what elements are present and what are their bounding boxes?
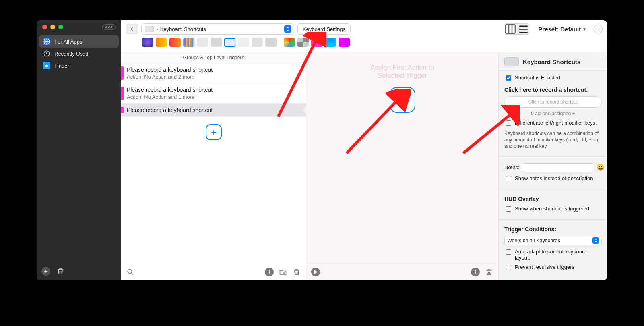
differentiate-checkbox[interactable]: Differentiate left/right modifier keys. — [504, 120, 602, 127]
preset-selector[interactable]: Preset: Default▼ — [538, 26, 586, 33]
clock-icon — [43, 50, 50, 57]
popout-icon[interactable] — [598, 55, 604, 60]
window-controls: <<< — [37, 20, 121, 34]
add-trigger-button[interactable]: ＋ — [206, 124, 222, 140]
color-tag — [121, 66, 124, 80]
play-action-button[interactable] — [311, 268, 320, 276]
hud-section-title: HUD Overlay — [504, 196, 602, 202]
record-heading: Click here to record a shortcut: — [504, 87, 602, 93]
keyboard-settings-button[interactable]: Keyboard Settings — [297, 23, 351, 35]
keyboard-icon — [504, 57, 519, 66]
trigger-title: Please record a keyboard shortcut — [127, 107, 213, 113]
delete-trigger-button[interactable] — [292, 268, 301, 276]
category-icon-keyboard[interactable] — [224, 38, 235, 47]
color-tag — [121, 107, 124, 113]
category-icon[interactable] — [183, 38, 194, 47]
add-action-button[interactable]: ＋ — [390, 87, 415, 113]
back-button[interactable] — [126, 24, 138, 34]
actions-column: Assign First Action to Selected Trigger … — [306, 52, 499, 280]
svg-rect-2 — [506, 25, 515, 33]
prevent-recursive-checkbox[interactable]: Prevent recursive triggers — [504, 264, 602, 271]
trigger-type-dropdown[interactable]: · Keyboard Shortcuts — [141, 23, 294, 35]
keyboard-scope-select[interactable]: Works on all Keyboards — [504, 236, 602, 245]
trigger-title: Please record a keyboard shortcut — [127, 87, 213, 93]
category-icon[interactable] — [311, 38, 322, 47]
triggers-header: Groups & Top Level Triggers — [121, 52, 306, 63]
inspector-help-text: Keyboard shortcuts can be a combination … — [504, 130, 602, 150]
app-window: <<< For All Apps Recently Used ☻ Finder … — [37, 20, 607, 280]
close-window-button[interactable] — [42, 25, 47, 29]
triggers-column: Groups & Top Level Triggers Please recor… — [121, 52, 306, 280]
search-button[interactable] — [126, 268, 135, 276]
trigger-row[interactable]: Please record a keyboard shortcut Action… — [121, 63, 306, 83]
category-icon[interactable] — [297, 38, 309, 47]
actions-placeholder: Assign First Action to Selected Trigger — [306, 64, 498, 80]
record-shortcut-button[interactable]: Click to record shortcut — [504, 96, 602, 108]
sidebar-item-recent[interactable]: Recently Used — [39, 48, 119, 60]
emoji-icon[interactable]: 😀 — [597, 164, 605, 171]
add-trigger-footer-button[interactable]: ＋ — [265, 268, 274, 276]
add-app-button[interactable]: ＋ — [41, 267, 50, 276]
category-icon[interactable] — [325, 38, 336, 47]
trigger-subtitle: Action: No Action and 2 more — [127, 74, 213, 80]
conditions-section-title: Trigger Conditions: — [504, 226, 602, 233]
notes-input[interactable] — [522, 163, 594, 172]
show-notes-checkbox[interactable]: Show notes instead of description — [504, 175, 602, 183]
minimize-window-button[interactable] — [50, 25, 55, 29]
category-icon[interactable] — [265, 38, 277, 47]
trigger-row[interactable]: Please record a keyboard shortcut — [121, 104, 306, 117]
folder-button[interactable] — [279, 268, 287, 276]
list-view-button[interactable] — [517, 24, 530, 34]
category-icon[interactable] — [238, 38, 249, 47]
category-icon[interactable] — [156, 38, 167, 47]
sidebar-item-label: For All Apps — [54, 39, 82, 45]
inspector-title: Keyboard Shortcuts — [523, 58, 580, 65]
finder-icon: ☻ — [43, 62, 50, 69]
zoom-window-button[interactable] — [58, 25, 63, 29]
category-icon[interactable] — [252, 38, 263, 47]
sidebar-item-finder[interactable]: ☻ Finder — [39, 60, 119, 72]
sidebar: <<< For All Apps Recently Used ☻ Finder … — [37, 20, 121, 280]
color-tag — [121, 87, 124, 100]
category-icon[interactable] — [284, 38, 295, 47]
toolbar: · Keyboard Shortcuts Keyboard Settings — [121, 20, 607, 52]
delete-app-button[interactable] — [56, 267, 65, 276]
notes-label: Notes: — [504, 164, 520, 170]
inspector-column: Keyboard Shortcuts Shortcut is Enabled C… — [499, 52, 607, 280]
keyboard-icon — [145, 26, 154, 32]
category-strip — [126, 35, 603, 49]
trigger-row[interactable]: Please record a keyboard shortcut Action… — [121, 83, 306, 104]
chevron-updown-icon — [592, 237, 599, 244]
sidebar-item-label: Finder — [54, 63, 69, 69]
delete-action-button[interactable] — [485, 268, 493, 276]
more-menu-button[interactable]: ⋯ — [594, 25, 603, 33]
auto-adapt-checkbox[interactable]: Auto adapt to current keyboard layout. — [504, 249, 602, 261]
view-mode-toggle[interactable] — [504, 23, 530, 35]
sidebar-item-label: Recently Used — [54, 51, 89, 57]
enabled-checkbox[interactable]: Shortcut is Enabled — [504, 75, 602, 82]
content: · Keyboard Shortcuts Keyboard Settings — [121, 20, 607, 280]
svg-point-3 — [128, 269, 132, 273]
category-icon[interactable] — [197, 38, 208, 47]
column-view-button[interactable] — [504, 24, 517, 34]
chevron-updown-icon — [284, 25, 291, 33]
trigger-title: Please record a keyboard shortcut — [127, 66, 213, 73]
category-icon[interactable] — [169, 38, 181, 47]
category-icon[interactable] — [339, 38, 350, 47]
category-icon[interactable] — [211, 38, 222, 47]
sidebar-collapse-button[interactable]: <<< — [102, 24, 116, 30]
dropdown-label: Keyboard Shortcuts — [160, 26, 206, 32]
trigger-subtitle: Action: No Action and 1 more — [127, 94, 213, 100]
category-icon[interactable] — [142, 38, 153, 47]
globe-icon — [43, 38, 50, 45]
add-action-footer-button[interactable]: ＋ — [471, 268, 480, 276]
actions-assigned-label[interactable]: 0 actions assigned + — [504, 111, 602, 116]
hud-show-checkbox[interactable]: Show when shortcut is triggered — [504, 206, 602, 213]
sidebar-item-all-apps[interactable]: For All Apps — [39, 35, 119, 48]
